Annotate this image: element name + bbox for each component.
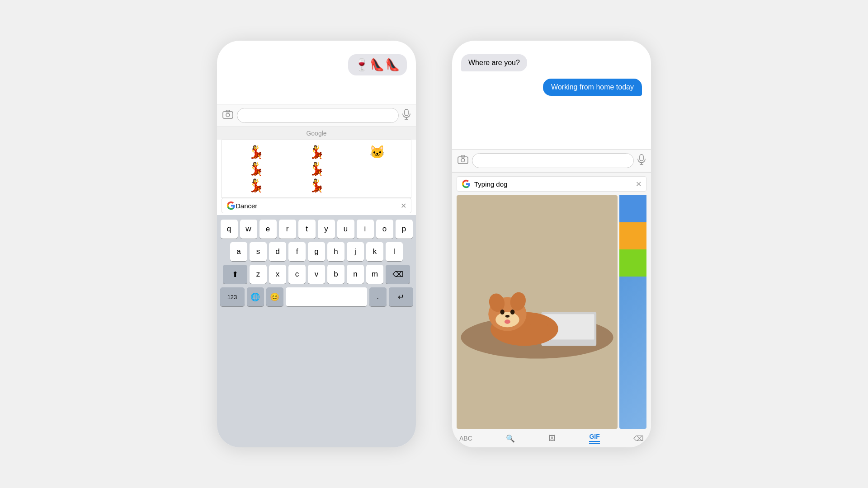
key-emoji[interactable]: 😊	[266, 287, 283, 306]
svg-rect-28	[619, 249, 646, 277]
gif-tab-images[interactable]: 🖼	[548, 434, 556, 442]
gif-tab-backspace[interactable]: ⌫	[633, 434, 644, 443]
sent-message-bubble: Working from home today	[543, 79, 642, 96]
right-camera-icon[interactable]	[458, 155, 468, 167]
key-d[interactable]: d	[269, 242, 286, 261]
mic-icon[interactable]	[402, 109, 410, 122]
key-i[interactable]: i	[357, 220, 374, 239]
key-m[interactable]: m	[366, 265, 383, 284]
keyboard-bottom-row: 123 🌐 😊 . ↵	[220, 287, 413, 306]
gif-label: GIF	[589, 433, 599, 442]
gif-tab-search[interactable]: 🔍	[506, 434, 515, 443]
key-globe[interactable]: 🌐	[247, 287, 264, 306]
key-l[interactable]: l	[386, 242, 403, 261]
emoji-results-grid[interactable]: 💃 💃 🐱 💃 💃 💃 💃	[222, 140, 411, 198]
gif-search-bar[interactable]: ✕	[457, 176, 646, 192]
svg-rect-6	[458, 157, 468, 164]
gif-search-input[interactable]	[474, 180, 636, 188]
images-icon: 🖼	[548, 434, 556, 442]
key-c[interactable]: c	[288, 265, 306, 284]
key-z[interactable]: z	[250, 265, 267, 284]
emoji-result-9[interactable]	[348, 178, 406, 193]
gif-bottom-bar: ABC 🔍 🖼 GIF ⌫	[452, 429, 651, 447]
google-panel-header: Google	[217, 127, 416, 140]
emoji-result-8[interactable]: 💃	[287, 178, 346, 193]
key-h[interactable]: h	[327, 242, 344, 261]
key-return[interactable]: ↵	[389, 287, 413, 306]
emoji-result-1[interactable]: 💃	[226, 145, 285, 160]
gif-panel: ✕	[452, 172, 651, 447]
right-input-bar	[452, 149, 651, 172]
svg-point-7	[461, 158, 465, 162]
backspace-icon: ⌫	[633, 434, 644, 443]
emoji-result-3[interactable]: 🐱	[348, 145, 406, 160]
key-p[interactable]: p	[396, 220, 413, 239]
emoji-search-input[interactable]	[236, 202, 401, 210]
key-s[interactable]: s	[250, 242, 267, 261]
key-g[interactable]: g	[308, 242, 325, 261]
key-f[interactable]: f	[288, 242, 306, 261]
key-e[interactable]: e	[259, 220, 277, 239]
gif-side-result[interactable]	[619, 195, 646, 429]
google-label: Google	[306, 130, 326, 137]
gif-main-result[interactable]	[457, 195, 618, 429]
google-search-bar[interactable]: ✕	[222, 198, 411, 213]
message-input[interactable]	[237, 108, 399, 123]
key-b[interactable]: b	[327, 265, 344, 284]
key-period[interactable]: .	[369, 287, 387, 306]
svg-point-23	[505, 315, 509, 318]
gif-tab-gif[interactable]: GIF	[589, 433, 599, 444]
emoji-result-2[interactable]: 💃	[287, 145, 346, 160]
key-a[interactable]: a	[230, 242, 247, 261]
clear-search-icon[interactable]: ✕	[401, 202, 406, 210]
key-o[interactable]: o	[376, 220, 393, 239]
key-j[interactable]: j	[347, 242, 364, 261]
svg-point-1	[226, 113, 230, 117]
key-n[interactable]: n	[347, 265, 364, 284]
right-message-input[interactable]	[472, 153, 634, 168]
left-input-bar	[217, 104, 416, 127]
svg-rect-0	[223, 112, 233, 118]
gif-results-area	[452, 195, 651, 429]
right-mic-icon[interactable]	[637, 154, 646, 167]
svg-point-25	[505, 319, 510, 324]
svg-point-21	[500, 310, 504, 314]
camera-icon[interactable]	[222, 110, 233, 122]
abc-label: ABC	[459, 435, 472, 442]
svg-rect-9	[640, 155, 643, 161]
key-space[interactable]	[286, 287, 367, 306]
key-r[interactable]: r	[279, 220, 296, 239]
key-x[interactable]: x	[269, 265, 286, 284]
keyboard: q w e r t y u i o p a s d f g h j k l ⬆ …	[217, 215, 416, 447]
key-123[interactable]: 123	[220, 287, 245, 306]
left-message-area: 🍷👠👠	[217, 41, 416, 104]
keyboard-row-2: a s d f g h j k l	[220, 242, 413, 261]
received-message-bubble: Where are you?	[461, 54, 527, 71]
right-message-area: Where are you? Working from home today	[452, 41, 651, 149]
key-y[interactable]: y	[318, 220, 335, 239]
svg-point-22	[510, 310, 514, 314]
left-phone: 🍷👠👠 Google 💃 💃 🐱 💃 💃	[217, 41, 416, 447]
emoji-result-4[interactable]: 💃	[226, 161, 285, 176]
emoji-message-bubble: 🍷👠👠	[348, 54, 407, 75]
key-t[interactable]: t	[298, 220, 316, 239]
keyboard-row-1: q w e r t y u i o p	[220, 220, 413, 239]
gif-tab-abc[interactable]: ABC	[459, 435, 472, 442]
key-w[interactable]: w	[240, 220, 257, 239]
right-phone: Where are you? Working from home today	[452, 41, 651, 447]
emoji-result-5[interactable]: 💃	[287, 161, 346, 176]
key-k[interactable]: k	[366, 242, 383, 261]
key-q[interactable]: q	[221, 220, 238, 239]
key-backspace[interactable]: ⌫	[386, 265, 410, 284]
svg-rect-3	[405, 109, 408, 116]
emoji-result-7[interactable]: 💃	[226, 178, 285, 193]
key-u[interactable]: u	[337, 220, 354, 239]
key-shift[interactable]: ⬆	[223, 265, 247, 284]
key-v[interactable]: v	[308, 265, 325, 284]
emoji-result-6[interactable]	[348, 161, 406, 176]
keyboard-row-3: ⬆ z x c v b n m ⌫	[220, 265, 413, 284]
search-icon: 🔍	[506, 434, 515, 443]
gif-google-g-icon	[462, 179, 471, 188]
google-g-icon	[226, 201, 236, 210]
gif-clear-icon[interactable]: ✕	[636, 180, 642, 188]
